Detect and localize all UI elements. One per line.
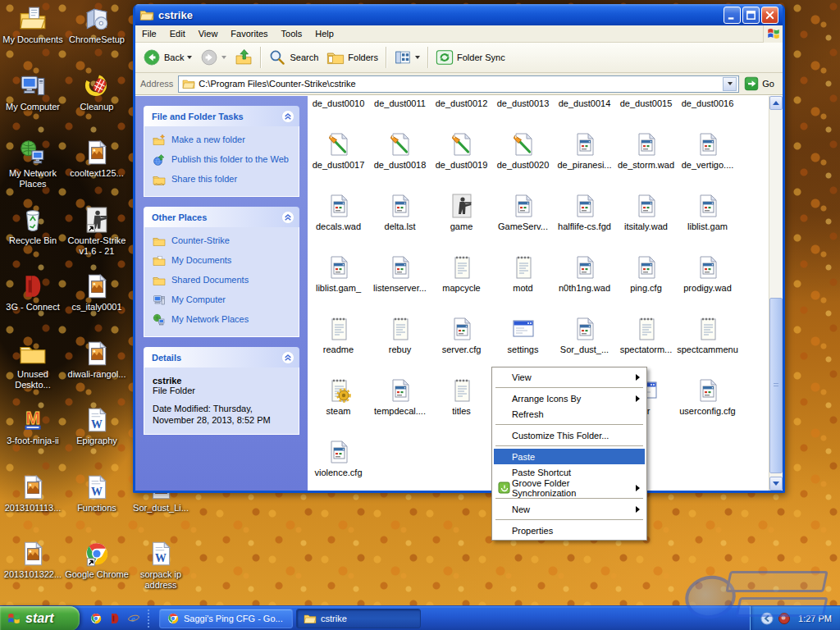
file-ping.cfg[interactable]: ping.cfg [615,251,677,313]
close-button[interactable] [761,7,778,24]
chrome-quicklaunch-icon[interactable] [89,612,103,625]
file-settings[interactable]: settings [492,313,554,374]
file-tempdecal....[interactable]: tempdecal.... [369,374,431,436]
folder-sync-button[interactable]: Folder Sync [431,46,509,69]
forward-dropdown-icon[interactable] [221,56,226,59]
go-label[interactable]: Go [762,79,774,89]
desktop-icon-google-chrome[interactable]: Google Chrome [64,540,130,580]
task-link-counter-strike[interactable]: Counter-Strike [153,235,292,248]
file-itsitaly.wad[interactable]: itsitaly.wad [615,189,677,251]
file-spectcammenu[interactable]: spectcammenu [677,313,738,374]
menu-edit[interactable]: Edit [163,26,192,41]
desktop-icon-cs-italy0001[interactable]: cs_italy0001 [64,272,130,313]
file-de_dust0011[interactable]: de_dust0011 [369,96,431,128]
panel-header[interactable]: Details [144,347,299,368]
file-halflife-cs.fgd[interactable]: halflife-cs.fgd [554,189,615,251]
desktop-icon-chromesetup[interactable]: ChromeSetup [64,5,130,45]
taskbar-task-cstrike[interactable]: cstrike [296,609,421,628]
desktop-icon-2013101322-[interactable]: 2013101322... [0,540,66,580]
task-link-make-a-new-folder[interactable]: Make a new folder [153,135,292,147]
desktop-icon-cooltext125-[interactable]: cooltext125... [64,139,130,179]
file-listenserver...[interactable]: listenserver... [369,251,431,313]
menu-favorites[interactable]: Favorites [224,26,274,41]
menu-view[interactable]: View [192,26,225,41]
desktop-icon-3-foot-ninja-ii[interactable]: M3-foot-ninja-ii [0,406,66,446]
internet-explorer-quicklaunch-icon[interactable]: e [127,612,140,625]
file-de_dust0015[interactable]: de_dust0015 [615,96,677,128]
file-violence.cfg[interactable]: violence.cfg [308,436,369,491]
desktop-icon-epigraphy[interactable]: WEpigraphy [64,406,130,446]
desktop-icon-recycle-bin[interactable]: Recycle Bin [0,206,66,246]
hide-icons-chevron-icon[interactable] [760,612,774,625]
file-de_dust0012[interactable]: de_dust0012 [431,96,492,128]
desktop-icon-3g-connect[interactable]: 3G - Connect [0,272,66,313]
context-menu-item-properties[interactable]: Properties [494,523,645,538]
file-de_dust0017[interactable]: de_dust0017 [308,128,369,189]
file-de_dust0019[interactable]: de_dust0019 [431,128,492,189]
file-game[interactable]: game [431,189,492,251]
file-delta.lst[interactable]: delta.lst [369,189,431,251]
file-rebuy[interactable]: rebuy [369,313,431,374]
desktop-icon-diwali-rangol-[interactable]: diwali-rangol... [64,340,130,380]
file-liblist.gam[interactable]: liblist.gam [677,189,738,251]
title-bar[interactable]: cstrike [135,4,783,25]
context-menu-item-customize-this-folder-[interactable]: Customize This Folder... [494,427,645,443]
file-sor_dust_...[interactable]: Sor_dust_... [554,313,615,374]
context-menu-item-groove-folder-synchronization[interactable]: Groove Folder Synchronization [494,480,645,495]
search-button[interactable]: Search [264,46,322,69]
file-mapcycle[interactable]: mapcycle [431,251,492,313]
file-de_vertigo....[interactable]: de_vertigo.... [677,128,738,189]
views-dropdown-icon[interactable] [415,56,420,59]
desktop-icon-functions[interactable]: WFunctions [64,473,130,514]
file-de_dust0013[interactable]: de_dust0013 [492,96,554,128]
back-dropdown-icon[interactable] [187,56,192,59]
file-steam[interactable]: steam [308,374,369,436]
file-de_piranesi...[interactable]: de_piranesi... [554,128,615,189]
address-dropdown-button[interactable] [723,77,737,91]
scroll-up-button[interactable] [769,96,783,110]
task-link-publish-this-folder-to-the-w[interactable]: Publish this folder to the Web [153,154,292,167]
file-liblist.gam_[interactable]: liblist.gam_ [308,251,369,313]
3g-connect-quicklaunch-icon[interactable] [108,612,121,625]
address-input[interactable]: C:\Program Files\Counter-Strike\cstrike [178,75,739,93]
file-titles[interactable]: titles [431,374,492,436]
file-decals.wad[interactable]: decals.wad [308,189,369,251]
file-de_dust0010[interactable]: de_dust0010 [308,96,369,128]
task-link-my-network-places[interactable]: My Network Places [153,314,292,326]
context-menu-item-new[interactable]: New [494,501,645,517]
collapse-chevron-icon[interactable] [281,110,294,123]
maximize-button[interactable] [742,7,760,24]
desktop-icon-2013101113-[interactable]: 2013101113... [0,473,66,514]
vertical-scrollbar[interactable] [769,96,783,491]
file-de_storm.wad[interactable]: de_storm.wad [615,128,677,189]
collapse-chevron-icon[interactable] [281,351,294,364]
menu-help[interactable]: Help [308,26,340,41]
tray-status-icon[interactable] [778,612,791,625]
file-userconfig.cfg[interactable]: userconfig.cfg [677,374,738,436]
context-menu-item-refresh[interactable]: Refresh [494,406,645,422]
task-link-my-documents[interactable]: My Documents [153,255,292,267]
task-link-share-this-folder[interactable]: Share this folder [153,174,292,186]
desktop-icon-counter-strike-v1-6-21[interactable]: Counter-Strike v1.6 - 21 [64,206,130,257]
folders-button[interactable]: Folders [322,46,382,69]
up-button[interactable] [231,46,257,69]
file-spectatorm...[interactable]: spectatorm... [615,313,677,374]
task-link-my-computer[interactable]: My Computer [153,294,292,307]
file-de_dust0018[interactable]: de_dust0018 [369,128,431,189]
menu-tools[interactable]: Tools [275,26,309,41]
desktop-icon-my-documents[interactable]: My Documents [0,5,66,45]
file-motd[interactable]: motd [492,251,554,313]
context-menu-item-paste[interactable]: Paste [494,449,645,464]
file-de_dust0020[interactable]: de_dust0020 [492,128,554,189]
file-readme[interactable]: readme [308,313,369,374]
forward-button[interactable] [196,46,231,69]
desktop-icon-sorpack-ip-address[interactable]: Wsorpack ip address [128,540,194,591]
file-de_dust0014[interactable]: de_dust0014 [554,96,615,128]
views-button[interactable] [390,46,424,69]
file-gameserv...[interactable]: GameServ... [492,189,554,251]
minimize-button[interactable] [724,7,741,24]
context-menu-item-arrange-icons-by[interactable]: Arrange Icons By [494,390,645,406]
file-server.cfg[interactable]: server.cfg [431,313,492,374]
file-de_dust0016[interactable]: de_dust0016 [677,96,738,128]
start-button[interactable]: start [0,606,80,630]
